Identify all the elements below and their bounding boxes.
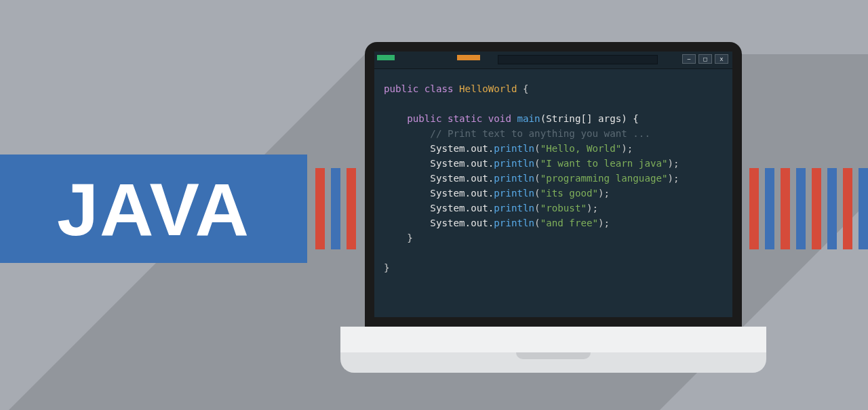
editor-titlebar: − □ x — [374, 52, 732, 69]
stripe — [331, 168, 340, 249]
stripe — [347, 168, 356, 249]
stripe — [315, 168, 325, 249]
paren: ( — [534, 203, 540, 213]
paren: ); — [598, 218, 610, 228]
paren: ); — [668, 173, 679, 184]
stripe — [765, 168, 774, 249]
stripe — [859, 168, 868, 249]
println: println — [494, 188, 534, 199]
laptop-hinge — [340, 327, 766, 352]
stripes-left — [315, 168, 356, 249]
keyword: public — [384, 83, 418, 94]
stripe — [749, 168, 759, 249]
title-banner: JAVA — [0, 155, 307, 263]
keyword: static — [448, 113, 482, 124]
paren: ); — [668, 158, 679, 169]
titlebar-accent-green — [377, 55, 395, 60]
string: "I want to learn java" — [540, 158, 668, 169]
stripe — [781, 168, 790, 249]
sys: System.out. — [430, 218, 494, 228]
keyword: public — [407, 113, 441, 124]
brace: { — [517, 83, 528, 94]
paren: ( — [534, 143, 540, 154]
args: (String[] args) { — [540, 113, 639, 124]
keyword: void — [488, 113, 511, 124]
brace: } — [407, 232, 413, 243]
laptop-screen-frame: − □ x public class HelloWorld { public s… — [365, 42, 742, 327]
banner-title: JAVA — [57, 166, 250, 252]
paren: ( — [534, 218, 540, 228]
paren: ( — [534, 188, 540, 199]
keyword: class — [425, 83, 454, 94]
println: println — [494, 218, 534, 228]
stripe — [827, 168, 837, 249]
string: "programming language" — [540, 173, 668, 184]
code-editor-screen: − □ x public class HelloWorld { public s… — [374, 52, 732, 317]
laptop-base — [340, 352, 766, 373]
close-icon[interactable]: x — [715, 54, 728, 64]
string: "robust" — [540, 203, 587, 213]
paren: ); — [587, 203, 598, 213]
println: println — [494, 143, 534, 154]
sys: System.out. — [430, 143, 494, 154]
window-controls: − □ x — [682, 54, 728, 64]
class-name: HelloWorld — [459, 83, 517, 94]
titlebar-address-field — [498, 55, 658, 64]
string: "its good" — [540, 188, 598, 199]
string: "Hello, World" — [540, 143, 622, 154]
stripe — [812, 168, 821, 249]
println: println — [494, 158, 534, 169]
sys: System.out. — [430, 158, 494, 169]
stripes-right — [749, 168, 868, 249]
println: println — [494, 203, 534, 213]
sys: System.out. — [430, 173, 494, 184]
laptop: − □ x public class HelloWorld { public s… — [365, 42, 742, 373]
stripe — [843, 168, 852, 249]
paren: ( — [534, 158, 540, 169]
paren: ); — [621, 143, 633, 154]
maximize-icon[interactable]: □ — [698, 54, 712, 64]
string: "and free" — [540, 218, 598, 228]
minimize-icon[interactable]: − — [682, 54, 696, 64]
stripe — [796, 168, 806, 249]
println: println — [494, 173, 534, 184]
titlebar-accent-orange — [457, 55, 480, 60]
comment: // Print text to anything you want ... — [430, 128, 650, 139]
paren: ); — [598, 188, 610, 199]
brace: } — [384, 262, 390, 273]
code-content: public class HelloWorld { public static … — [374, 69, 732, 287]
sys: System.out. — [430, 203, 494, 213]
sys: System.out. — [430, 188, 494, 199]
paren: ( — [534, 173, 540, 184]
function-name: main — [517, 113, 540, 124]
